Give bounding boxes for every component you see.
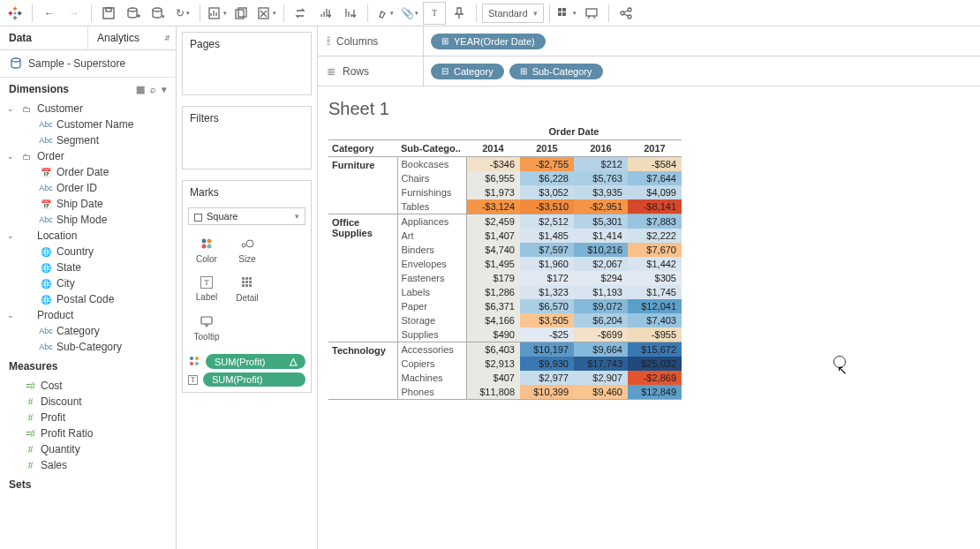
marks-card: Marks Square▾ Color Size TLabel Detail T… — [182, 180, 312, 393]
datasource-item[interactable]: Sample - Superstore — [0, 50, 176, 78]
dimensions-tree: ⌄🗀Customer AbcCustomer Name AbcSegment ⌄… — [0, 101, 176, 355]
marks-detail[interactable]: Detail — [227, 269, 268, 308]
field-sub-category[interactable]: AbcSub-Category — [0, 339, 176, 355]
folder-order[interactable]: ⌄🗀Order — [0, 148, 176, 164]
search-icon[interactable]: ⌕ — [150, 84, 156, 95]
worksheet-area: ⦙⦙⦙Columns ⊞YEAR(Order Date) ≣Rows ⊟Cate… — [318, 26, 980, 549]
forward-icon[interactable]: → — [63, 2, 86, 25]
field-city[interactable]: 🌐City — [0, 275, 176, 291]
sort-desc-icon[interactable] — [339, 2, 362, 25]
sheet-title[interactable]: Sheet 1 — [318, 86, 980, 126]
folder-icon: 🗀 — [19, 152, 34, 162]
field-country[interactable]: 🌐Country — [0, 244, 176, 259]
field-customer-name[interactable]: AbcCustomer Name — [0, 117, 176, 132]
svg-point-47 — [207, 244, 212, 248]
text-icon: Abc — [39, 342, 53, 351]
field-sales[interactable]: #Sales — [0, 457, 176, 473]
menu-icon[interactable]: ▾ — [162, 84, 167, 95]
sort-asc-icon[interactable] — [314, 2, 337, 25]
dimensions-header: Dimensions ▦⌕▾ — [0, 78, 176, 101]
field-profit-ratio[interactable]: =#Profit Ratio — [0, 425, 176, 441]
folder-location[interactable]: ⌄Location — [0, 228, 176, 244]
marks-pill-color[interactable]: SUM(Profit)△ — [188, 354, 305, 369]
text-icon: Abc — [39, 136, 53, 145]
share-icon[interactable] — [614, 2, 637, 25]
pin-icon[interactable] — [448, 2, 471, 25]
svg-point-12 — [128, 8, 137, 11]
field-quantity[interactable]: #Quantity — [0, 441, 176, 457]
filters-card[interactable]: Filters — [182, 106, 312, 169]
presentation-icon[interactable] — [580, 2, 603, 25]
label-icon: T — [188, 375, 198, 385]
view-icon[interactable]: ▦ — [136, 84, 145, 95]
field-postal-code[interactable]: 🌐Postal Code — [0, 291, 176, 307]
svg-rect-35 — [586, 9, 597, 16]
back-icon[interactable]: ← — [38, 2, 61, 25]
highlight-icon[interactable]: ▾ — [373, 2, 396, 25]
datasource-label: Sample - Superstore — [28, 57, 125, 70]
svg-rect-31 — [558, 8, 562, 11]
tableau-logo-icon[interactable] — [4, 2, 26, 25]
tab-analytics[interactable]: Analytics⇵ — [88, 26, 176, 49]
columns-icon: ⦙⦙⦙ — [327, 35, 329, 48]
rows-shelf[interactable]: ≣Rows ⊟Category ⊞Sub-Category — [318, 56, 980, 86]
expand-icon: ⊞ — [441, 36, 449, 46]
mark-type-dropdown[interactable]: Square▾ — [188, 207, 305, 225]
clear-icon[interactable]: ▾ — [255, 2, 278, 25]
color-icon — [188, 356, 200, 368]
save-icon[interactable] — [97, 2, 120, 25]
data-sidebar: Data Analytics⇵ Sample - Superstore Dime… — [0, 26, 177, 549]
columns-shelf[interactable]: ⦙⦙⦙Columns ⊞YEAR(Order Date) — [318, 26, 980, 56]
field-order-id[interactable]: AbcOrder ID — [0, 180, 176, 196]
tab-data[interactable]: Data — [0, 26, 88, 49]
refresh-icon[interactable]: ↻▾ — [171, 2, 194, 25]
folder-product[interactable]: ⌄Product — [0, 307, 176, 323]
svg-rect-10 — [103, 8, 114, 19]
show-me-icon[interactable]: ▾ — [555, 2, 578, 25]
pages-card[interactable]: Pages — [182, 32, 312, 95]
number-icon: =# — [23, 429, 37, 439]
swap-icon[interactable] — [290, 2, 313, 25]
pill-sub-category[interactable]: ⊞Sub-Category — [509, 64, 603, 79]
globe-icon: 🌐 — [39, 263, 53, 273]
svg-point-48 — [242, 244, 245, 247]
text-icon: Abc — [39, 215, 53, 224]
auto-update-icon[interactable]: ▾ — [147, 2, 170, 25]
tooltip-icon — [200, 314, 213, 328]
field-cost[interactable]: =#Cost — [0, 378, 176, 394]
svg-point-49 — [246, 240, 253, 247]
field-ship-mode[interactable]: AbcShip Mode — [0, 212, 176, 228]
field-state[interactable]: 🌐State — [0, 259, 176, 275]
labels-icon[interactable]: T — [423, 2, 446, 25]
field-segment[interactable]: AbcSegment — [0, 132, 176, 148]
svg-rect-56 — [242, 284, 245, 287]
folder-icon: 🗀 — [19, 104, 34, 114]
number-icon: =# — [23, 381, 37, 391]
folder-customer[interactable]: ⌄🗀Customer — [0, 101, 176, 117]
label-icon: T — [200, 276, 213, 289]
text-icon: Abc — [39, 184, 53, 192]
pill-category[interactable]: ⊟Category — [431, 64, 504, 79]
group-icon[interactable]: 📎▾ — [398, 2, 421, 25]
marks-size[interactable]: Size — [227, 230, 268, 269]
svg-rect-34 — [562, 12, 566, 16]
fit-dropdown[interactable]: Standard▾ — [482, 4, 544, 23]
new-worksheet-icon[interactable]: ▾ — [206, 2, 229, 25]
field-order-date[interactable]: 📅Order Date — [0, 164, 176, 180]
field-profit[interactable]: #Profit — [0, 410, 176, 425]
marks-pill-label[interactable]: TSUM(Profit) — [188, 372, 305, 387]
svg-point-61 — [195, 357, 199, 360]
pill-year-order-date[interactable]: ⊞YEAR(Order Date) — [431, 34, 546, 49]
field-discount[interactable]: #Discount — [0, 394, 176, 410]
date-icon: 📅 — [39, 199, 53, 209]
field-ship-date[interactable]: 📅Ship Date — [0, 196, 176, 212]
marks-color[interactable]: Color — [186, 230, 227, 269]
duplicate-icon[interactable] — [230, 2, 253, 25]
marks-label[interactable]: TLabel — [186, 269, 227, 308]
field-category[interactable]: AbcCategory — [0, 323, 176, 339]
marks-tooltip[interactable]: Tooltip — [186, 308, 227, 347]
table-row: FurnitureBookcases-$346-$2,755$212-$584 — [328, 157, 682, 172]
svg-point-38 — [621, 11, 624, 15]
measures-header: Measures — [0, 355, 176, 378]
new-datasource-icon[interactable] — [122, 2, 145, 25]
